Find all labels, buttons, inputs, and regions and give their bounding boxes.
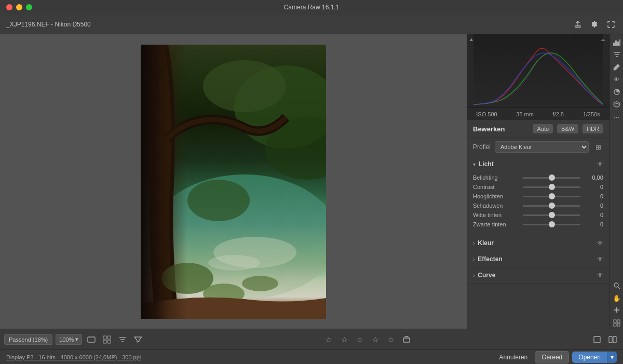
bw-button[interactable]: B&W	[557, 124, 578, 133]
belichting-track[interactable]	[523, 177, 580, 179]
sort-icon[interactable]	[116, 333, 129, 346]
star3[interactable]: ☆	[354, 333, 366, 346]
belichting-value: 0,00	[584, 174, 603, 181]
zwarte-track[interactable]	[523, 224, 580, 225]
mask-icon[interactable]	[611, 99, 622, 110]
exif-row: ISO 500 35 mm f/2,8 1/250s	[467, 107, 610, 120]
hdr-button[interactable]: HDR	[583, 124, 603, 133]
auto-button[interactable]: Auto	[533, 124, 553, 133]
star1[interactable]: ☆	[322, 333, 335, 346]
exif-aperture: f/2,8	[553, 111, 564, 117]
svg-rect-16	[615, 41, 617, 46]
contrast-value: 0	[584, 184, 603, 190]
fullscreen-icon[interactable]	[605, 19, 617, 30]
zoom-value: 100%	[59, 336, 74, 343]
openen-button[interactable]: Openen	[572, 352, 607, 363]
annuleren-button[interactable]: Annuleren	[495, 352, 532, 363]
star5[interactable]: ☆	[385, 333, 397, 346]
svg-point-6	[203, 60, 286, 112]
gereed-button[interactable]: Gereed	[535, 351, 569, 363]
zoom-display[interactable]: 100% ▾	[56, 334, 82, 345]
zoom-icon[interactable]	[611, 280, 622, 291]
split-view-icon[interactable]	[606, 333, 619, 346]
more-icon[interactable]: ···	[611, 111, 622, 123]
healing-icon[interactable]	[611, 305, 622, 316]
color-picker-icon[interactable]	[611, 86, 622, 98]
fit-button[interactable]: Passend (18%)	[4, 334, 52, 345]
effecten-eye-icon[interactable]: 👁	[597, 255, 603, 263]
kleur-section-header[interactable]: › Kleur 👁	[467, 235, 610, 251]
openen-arrow-button[interactable]: ▾	[607, 352, 617, 363]
minimize-button[interactable]	[16, 4, 22, 10]
export-icon[interactable]	[572, 19, 584, 30]
hooglichten-track[interactable]	[523, 196, 580, 197]
profile-grid-icon[interactable]: ⊞	[593, 142, 603, 152]
belichting-thumb[interactable]	[549, 174, 555, 181]
curve-section-header[interactable]: › Curve 👁	[467, 267, 610, 284]
filter-bottom-icon[interactable]	[132, 333, 144, 346]
slider-row-witte: Witte tinten 0	[473, 212, 603, 218]
effecten-section-header[interactable]: › Effecten 👁	[467, 251, 610, 267]
bewerken-title: Bewerken	[473, 125, 505, 133]
exif-focal: 35 mm	[516, 111, 534, 117]
star4[interactable]: ☆	[369, 333, 382, 346]
curve-eye-icon[interactable]: 👁	[597, 272, 603, 279]
openen-button-group: Openen ▾	[572, 352, 617, 363]
schaduwen-label: Schaduwen	[473, 203, 520, 209]
histogram-top-left-icon[interactable]: ▲	[469, 36, 476, 44]
zwarte-track-wrap	[523, 224, 580, 225]
zwarte-value: 0	[584, 221, 603, 227]
status-info[interactable]: Display P3 - 16 bits - 4000 x 6000 (24,0…	[6, 354, 141, 360]
kleur-chevron: ›	[473, 240, 475, 246]
contrast-thumb[interactable]	[549, 184, 555, 190]
contrast-track[interactable]	[523, 186, 580, 188]
licht-sliders: Belichting 0,00 Contrast	[467, 172, 610, 235]
profile-select[interactable]: Adobe Kleur Adobe Landschap Adobe Portre…	[495, 141, 589, 153]
slider-row-belichting: Belichting 0,00	[473, 174, 603, 181]
bewerken-row: Bewerken Auto B&W HDR	[467, 120, 610, 138]
svg-rect-23	[617, 320, 620, 322]
witte-thumb[interactable]	[549, 212, 555, 218]
slider-row-hooglichten: Hooglichten 0	[473, 193, 603, 199]
profile-row: Profiel Adobe Kleur Adobe Landschap Adob…	[467, 138, 610, 156]
brush-icon[interactable]	[611, 61, 622, 73]
single-view-icon[interactable]	[591, 333, 603, 346]
maximize-button[interactable]	[26, 4, 32, 10]
svg-rect-1	[575, 27, 581, 28]
compare-single-icon[interactable]	[85, 333, 98, 346]
svg-point-12	[208, 255, 260, 271]
witte-track[interactable]	[523, 214, 580, 216]
histogram-top-right-icon[interactable]: ☁	[600, 36, 607, 44]
app-toolbar: _XJP1196.NEF - Nikon D5500	[0, 15, 623, 34]
svg-rect-34	[613, 336, 616, 343]
file-info: _XJP1196.NEF - Nikon D5500	[6, 21, 91, 28]
contrast-label: Contrast	[473, 184, 520, 190]
curve-chevron: ›	[473, 273, 475, 278]
filter-icon[interactable]	[611, 49, 622, 60]
svg-point-7	[187, 180, 250, 221]
bottom-bar: Passend (18%) 100% ▾ ☆ ☆ ☆ ☆ ☆	[0, 329, 623, 349]
grid-icon[interactable]	[611, 317, 622, 329]
canvas-area	[0, 34, 467, 329]
svg-point-10	[242, 276, 278, 291]
effecten-title: Effecten	[478, 255, 594, 263]
star2[interactable]: ☆	[338, 333, 350, 346]
svg-rect-24	[614, 323, 616, 326]
licht-section-header[interactable]: ▾ Licht 👁	[467, 156, 610, 172]
close-button[interactable]	[6, 4, 12, 10]
eye-icon[interactable]: 👁	[611, 74, 622, 85]
titlebar: Camera Raw 16.1.1	[0, 0, 623, 15]
histogram-icon[interactable]	[611, 36, 622, 48]
filmstrip-icon[interactable]	[101, 333, 113, 346]
reject-icon[interactable]	[400, 333, 413, 346]
settings-icon[interactable]	[589, 19, 600, 30]
zwarte-thumb[interactable]	[549, 221, 555, 227]
hooglichten-thumb[interactable]	[549, 193, 555, 199]
svg-rect-17	[617, 42, 619, 46]
schaduwen-track[interactable]	[523, 205, 580, 207]
schaduwen-thumb[interactable]	[549, 203, 555, 209]
hand-icon[interactable]: ✋	[611, 292, 622, 304]
svg-rect-25	[617, 323, 620, 326]
kleur-eye-icon[interactable]: 👁	[597, 239, 603, 247]
licht-eye-icon[interactable]: 👁	[597, 160, 603, 168]
